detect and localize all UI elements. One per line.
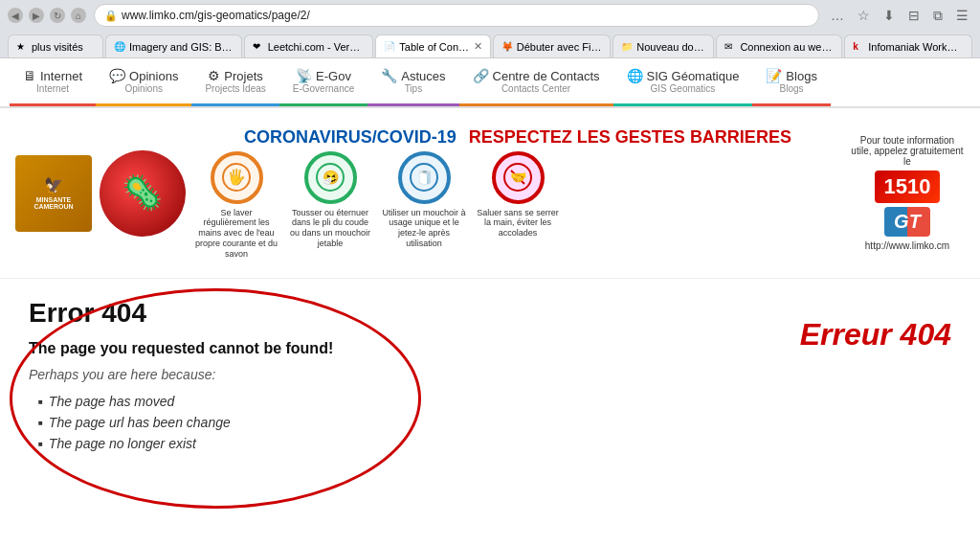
tab-title: Connexion au webmail	[740, 41, 834, 53]
covid-title1: CORONAVIRUS/COVID-19	[244, 127, 457, 147]
internet-icon: 🖥	[23, 68, 36, 83]
restore-button[interactable]: ⧉	[929, 6, 947, 26]
phone-number: 1510	[875, 171, 941, 203]
banner-right: Pour toute information utile, appelez gr…	[850, 135, 965, 251]
contacts-icon: 🔗	[473, 68, 489, 83]
nav-opinions[interactable]: 💬 Opinions Opinions	[96, 58, 191, 106]
tab-favicon: 📁	[621, 41, 633, 53]
nav-label: Projets	[224, 69, 262, 83]
download-button[interactable]: ⬇	[880, 6, 899, 25]
tab-favicon: 🦊	[501, 41, 513, 53]
error-section: Error 404 The page you requested cannot …	[0, 279, 980, 476]
nav-label: E-Gov	[316, 69, 351, 83]
bookmark-button[interactable]: ☆	[854, 6, 874, 25]
step1-circle: 🖐	[211, 151, 263, 204]
erreur-404-text: Erreur 404	[800, 317, 951, 353]
sig-icon: 🌐	[627, 68, 643, 83]
step-2: 🤧 Tousser ou éternuer dans le pli du cou…	[287, 151, 373, 260]
limko-url: http://www.limko.cm	[865, 240, 949, 251]
error-subtitle: The page you requested cannot be found!	[29, 340, 762, 357]
nav-blogs[interactable]: 📝 Blogs Blogs	[752, 58, 831, 106]
step3-circle: 🧻	[398, 151, 451, 204]
tab-dossier[interactable]: 📁 Nouveau dossier	[612, 34, 714, 57]
nav-label: Centre de Contacts	[493, 69, 600, 83]
egov-icon: 📡	[296, 68, 312, 83]
tab-contents[interactable]: 📄 Table of Contents ✕	[375, 34, 490, 57]
step2-circle: 🤧	[304, 151, 357, 204]
step-4: 🤝 Saluer sans se serrer la main, éviter …	[475, 151, 561, 260]
history-button[interactable]: ⊟	[904, 6, 924, 25]
page-content: 🖥 Internet Internet 💬 Opinions Opinions …	[0, 58, 980, 476]
tab-title: Table of Contents	[399, 41, 469, 53]
tab-infomaniak[interactable]: k Infomaniak WorkSpace	[844, 34, 972, 57]
error-item-3: The page no longer exist	[38, 436, 762, 451]
nav-internet[interactable]: 🖥 Internet Internet	[10, 58, 96, 106]
nav-projets[interactable]: ⚙ Projets Projects Ideas	[191, 58, 278, 106]
browser-chrome: ◀ ▶ ↻ ⌂ 🔒 www.limko.cm/gis-geomatics/pag…	[0, 0, 980, 58]
step-1: 🖐 Se laver régulièrement les mains avec …	[193, 151, 279, 260]
tab-favicon: 📄	[384, 41, 395, 53]
nav-sig[interactable]: 🌐 SIG Géomatique GIS Geomatics	[613, 58, 753, 106]
banner-main: CORONAVIRUS/COVID-19 RESPECTEZ LES GESTE…	[193, 127, 842, 260]
error-item-label: The page no longer exist	[49, 436, 196, 451]
tab-title: plus visités	[32, 41, 95, 53]
projets-icon: ⚙	[208, 68, 220, 83]
back-button[interactable]: ◀	[8, 8, 23, 23]
nav-label: Astuces	[401, 69, 445, 83]
nav-sublabel: Projects Ideas	[205, 83, 265, 94]
browser-actions: … ☆ ⬇ ⊟ ⧉ ☰	[827, 6, 972, 26]
tab-favicon: ❤	[253, 41, 264, 53]
gt-logo-box: GT	[884, 207, 930, 237]
error-left: Error 404 The page you requested cannot …	[29, 298, 762, 457]
svg-text:🖐: 🖐	[227, 168, 246, 186]
covid-title2: RESPECTEZ LES GESTES BARRIERES	[469, 127, 791, 147]
nav-egov[interactable]: 📡 E-Gov E-Governance	[279, 58, 368, 106]
info-callout: Pour toute information utile, appelez gr…	[850, 135, 965, 167]
tab-favicon: ★	[16, 41, 28, 53]
nav-astuces[interactable]: 🔧 Astuces Tips	[368, 58, 458, 106]
nav-sublabel: Opinions	[125, 83, 163, 94]
home-button[interactable]: ⌂	[71, 8, 86, 23]
nav-sublabel: Contacts Center	[501, 83, 570, 94]
tab-title: Imagery and GIS: Best ...	[129, 41, 234, 53]
step4-circle: 🤝	[492, 151, 545, 204]
tab-imagery[interactable]: 🌐 Imagery and GIS: Best ...	[105, 34, 242, 57]
banner-content: 🦅 MINSANTE CAMEROUN 🦠 CORONAVIRUS/COVID-…	[6, 114, 974, 272]
covid-header: CORONAVIRUS/COVID-19 RESPECTEZ LES GESTE…	[193, 127, 842, 148]
nav-sublabel: Internet	[36, 83, 69, 94]
nav-sublabel: E-Governance	[293, 83, 354, 94]
tab-title: Débuter avec Firefox	[517, 41, 603, 53]
nav-sublabel: GIS Geomatics	[651, 83, 716, 94]
error-item-label: The page url has been change	[49, 415, 231, 430]
step2-text: Tousser ou éternuer dans le pli du coude…	[287, 208, 373, 249]
forward-button[interactable]: ▶	[29, 8, 44, 23]
opinions-icon: 💬	[109, 68, 125, 83]
nav-sublabel: Tips	[405, 83, 423, 94]
error-list: The page has moved The page url has been…	[29, 394, 762, 451]
step3-text: Utiliser un mouchoir à usage unique et l…	[381, 208, 467, 249]
covid-banner: 🦅 MINSANTE CAMEROUN 🦠 CORONAVIRUS/COVID-…	[0, 108, 980, 279]
address-bar[interactable]: 🔒 www.limko.cm/gis-geomatics/page/2/	[94, 4, 819, 27]
tab-webmail[interactable]: ✉ Connexion au webmail	[716, 34, 842, 57]
more-button[interactable]: …	[827, 6, 848, 25]
step4-text: Saluer sans se serrer la main, éviter le…	[475, 208, 561, 239]
tab-title: Infomaniak WorkSpace	[868, 41, 964, 53]
error-item-2: The page url has been change	[38, 415, 762, 430]
tab-favicon: k	[853, 41, 864, 53]
tab-visites[interactable]: ★ plus visités	[8, 34, 103, 57]
svg-text:🤧: 🤧	[323, 170, 340, 186]
error-right: Erreur 404	[800, 298, 951, 353]
menu-button[interactable]: ☰	[952, 6, 972, 25]
tabs-bar: ★ plus visités 🌐 Imagery and GIS: Best .…	[0, 31, 980, 57]
tab-firefox[interactable]: 🦊 Débuter avec Firefox	[493, 34, 612, 57]
tab-favicon: ✉	[724, 41, 736, 53]
tab-title: Leetchi.com - Vers qu...	[268, 41, 366, 53]
nav-contacts[interactable]: 🔗 Centre de Contacts Contacts Center	[459, 58, 613, 106]
nav-label: Blogs	[786, 69, 817, 83]
error-title: Error 404	[29, 298, 762, 329]
tab-close-button[interactable]: ✕	[474, 40, 482, 53]
tab-leetchi[interactable]: ❤ Leetchi.com - Vers qu...	[244, 34, 374, 57]
tab-title: Nouveau dossier	[636, 41, 705, 53]
reload-button[interactable]: ↻	[50, 8, 65, 23]
browser-controls: ◀ ▶ ↻ ⌂	[8, 8, 86, 23]
